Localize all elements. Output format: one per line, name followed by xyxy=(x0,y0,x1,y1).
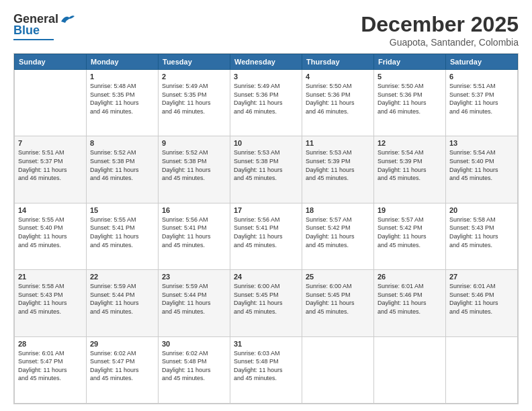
header: General Blue December 2025 Guapota, Sant… xyxy=(13,12,519,48)
day-number: 19 xyxy=(378,206,442,214)
day-cell: 24Sunrise: 6:00 AM Sunset: 5:45 PM Dayli… xyxy=(230,270,302,336)
day-cell: 1Sunrise: 5:48 AM Sunset: 5:35 PM Daylig… xyxy=(87,70,159,136)
day-cell: 15Sunrise: 5:55 AM Sunset: 5:41 PM Dayli… xyxy=(87,203,159,269)
day-number: 18 xyxy=(306,206,370,214)
day-cell: 3Sunrise: 5:49 AM Sunset: 5:36 PM Daylig… xyxy=(230,70,302,136)
day-info: Sunrise: 5:51 AM Sunset: 5:37 PM Dayligh… xyxy=(18,148,83,182)
logo: General Blue xyxy=(13,12,75,40)
day-info: Sunrise: 5:51 AM Sunset: 5:37 PM Dayligh… xyxy=(449,82,514,116)
day-number: 3 xyxy=(234,73,298,81)
day-info: Sunrise: 6:02 AM Sunset: 5:47 PM Dayligh… xyxy=(90,349,154,383)
day-info: Sunrise: 5:52 AM Sunset: 5:38 PM Dayligh… xyxy=(162,148,226,182)
day-info: Sunrise: 5:54 AM Sunset: 5:39 PM Dayligh… xyxy=(378,148,442,182)
day-cell: 11Sunrise: 5:53 AM Sunset: 5:39 PM Dayli… xyxy=(302,136,374,203)
day-number: 22 xyxy=(90,273,154,281)
day-cell: 12Sunrise: 5:54 AM Sunset: 5:39 PM Dayli… xyxy=(374,136,446,203)
day-info: Sunrise: 5:57 AM Sunset: 5:42 PM Dayligh… xyxy=(378,216,442,249)
day-number: 4 xyxy=(306,73,370,81)
day-cell: 5Sunrise: 5:50 AM Sunset: 5:36 PM Daylig… xyxy=(374,70,446,136)
day-cell: 20Sunrise: 5:58 AM Sunset: 5:43 PM Dayli… xyxy=(446,203,518,269)
day-info: Sunrise: 6:01 AM Sunset: 5:47 PM Dayligh… xyxy=(18,349,83,383)
day-cell: 13Sunrise: 5:54 AM Sunset: 5:40 PM Dayli… xyxy=(446,136,518,203)
day-number: 14 xyxy=(18,206,83,214)
day-number: 21 xyxy=(18,273,83,281)
day-cell: 4Sunrise: 5:50 AM Sunset: 5:36 PM Daylig… xyxy=(302,70,374,136)
day-info: Sunrise: 5:49 AM Sunset: 5:36 PM Dayligh… xyxy=(234,82,298,116)
day-cell: 27Sunrise: 6:01 AM Sunset: 5:46 PM Dayli… xyxy=(446,270,518,336)
logo-bird-icon xyxy=(60,13,75,24)
day-info: Sunrise: 5:55 AM Sunset: 5:41 PM Dayligh… xyxy=(90,216,154,249)
day-info: Sunrise: 5:52 AM Sunset: 5:38 PM Dayligh… xyxy=(90,148,154,182)
day-number: 1 xyxy=(90,73,154,81)
day-cell xyxy=(374,336,446,403)
day-header-sunday: Sunday xyxy=(15,54,87,70)
day-cell: 10Sunrise: 5:53 AM Sunset: 5:38 PM Dayli… xyxy=(230,136,302,203)
day-info: Sunrise: 5:59 AM Sunset: 5:44 PM Dayligh… xyxy=(90,282,154,316)
day-cell: 2Sunrise: 5:49 AM Sunset: 5:35 PM Daylig… xyxy=(159,70,230,136)
day-number: 26 xyxy=(378,273,442,281)
day-info: Sunrise: 6:00 AM Sunset: 5:45 PM Dayligh… xyxy=(234,282,298,316)
week-row-1: 1Sunrise: 5:48 AM Sunset: 5:35 PM Daylig… xyxy=(15,70,518,136)
day-number: 13 xyxy=(449,139,514,147)
day-info: Sunrise: 5:50 AM Sunset: 5:36 PM Dayligh… xyxy=(306,82,370,116)
day-cell: 31Sunrise: 6:03 AM Sunset: 5:48 PM Dayli… xyxy=(230,336,302,403)
week-row-3: 14Sunrise: 5:55 AM Sunset: 5:40 PM Dayli… xyxy=(15,203,518,269)
day-number: 25 xyxy=(306,273,370,281)
day-cell: 28Sunrise: 6:01 AM Sunset: 5:47 PM Dayli… xyxy=(15,336,87,403)
day-cell: 8Sunrise: 5:52 AM Sunset: 5:38 PM Daylig… xyxy=(87,136,159,203)
day-number: 11 xyxy=(306,139,370,147)
day-header-monday: Monday xyxy=(87,54,159,70)
day-cell: 25Sunrise: 6:00 AM Sunset: 5:45 PM Dayli… xyxy=(302,270,374,336)
header-row: SundayMondayTuesdayWednesdayThursdayFrid… xyxy=(15,54,518,70)
main-title: December 2025 xyxy=(361,12,519,37)
day-info: Sunrise: 5:48 AM Sunset: 5:35 PM Dayligh… xyxy=(90,82,154,116)
day-number: 27 xyxy=(449,273,514,281)
week-row-4: 21Sunrise: 5:58 AM Sunset: 5:43 PM Dayli… xyxy=(15,270,518,336)
day-number: 5 xyxy=(378,73,442,81)
day-info: Sunrise: 5:53 AM Sunset: 5:39 PM Dayligh… xyxy=(306,148,370,182)
calendar-header: SundayMondayTuesdayWednesdayThursdayFrid… xyxy=(15,54,518,70)
day-header-saturday: Saturday xyxy=(446,54,518,70)
day-number: 31 xyxy=(234,340,298,348)
day-info: Sunrise: 5:58 AM Sunset: 5:43 PM Dayligh… xyxy=(18,282,83,316)
day-cell: 29Sunrise: 6:02 AM Sunset: 5:47 PM Dayli… xyxy=(87,336,159,403)
day-cell: 23Sunrise: 5:59 AM Sunset: 5:44 PM Dayli… xyxy=(159,270,230,336)
week-row-5: 28Sunrise: 6:01 AM Sunset: 5:47 PM Dayli… xyxy=(15,336,518,403)
day-number: 17 xyxy=(234,206,298,214)
day-info: Sunrise: 5:53 AM Sunset: 5:38 PM Dayligh… xyxy=(234,148,298,182)
day-number: 7 xyxy=(18,139,83,147)
day-info: Sunrise: 6:03 AM Sunset: 5:48 PM Dayligh… xyxy=(234,349,298,383)
day-info: Sunrise: 6:01 AM Sunset: 5:46 PM Dayligh… xyxy=(449,282,514,316)
day-header-friday: Friday xyxy=(374,54,446,70)
day-cell: 17Sunrise: 5:56 AM Sunset: 5:41 PM Dayli… xyxy=(230,203,302,269)
page: General Blue December 2025 Guapota, Sant… xyxy=(0,0,532,411)
day-info: Sunrise: 5:55 AM Sunset: 5:40 PM Dayligh… xyxy=(18,216,83,249)
day-info: Sunrise: 5:54 AM Sunset: 5:40 PM Dayligh… xyxy=(449,148,514,182)
day-info: Sunrise: 5:59 AM Sunset: 5:44 PM Dayligh… xyxy=(162,282,226,316)
logo-blue: Blue xyxy=(13,24,40,38)
day-number: 12 xyxy=(378,139,442,147)
day-number: 30 xyxy=(162,340,226,348)
day-number: 6 xyxy=(449,73,514,81)
day-info: Sunrise: 5:49 AM Sunset: 5:35 PM Dayligh… xyxy=(162,82,226,116)
day-number: 9 xyxy=(162,139,226,147)
day-info: Sunrise: 6:01 AM Sunset: 5:46 PM Dayligh… xyxy=(378,282,442,316)
day-header-wednesday: Wednesday xyxy=(230,54,302,70)
day-cell: 7Sunrise: 5:51 AM Sunset: 5:37 PM Daylig… xyxy=(15,136,87,203)
day-header-thursday: Thursday xyxy=(302,54,374,70)
day-number: 8 xyxy=(90,139,154,147)
day-cell: 30Sunrise: 6:02 AM Sunset: 5:48 PM Dayli… xyxy=(159,336,230,403)
day-number: 24 xyxy=(234,273,298,281)
logo-underline xyxy=(13,39,54,40)
calendar-body: 1Sunrise: 5:48 AM Sunset: 5:35 PM Daylig… xyxy=(15,70,518,404)
day-cell xyxy=(446,336,518,403)
day-cell: 22Sunrise: 5:59 AM Sunset: 5:44 PM Dayli… xyxy=(87,270,159,336)
day-number: 2 xyxy=(162,73,226,81)
week-row-2: 7Sunrise: 5:51 AM Sunset: 5:37 PM Daylig… xyxy=(15,136,518,203)
day-info: Sunrise: 5:56 AM Sunset: 5:41 PM Dayligh… xyxy=(162,216,226,249)
day-info: Sunrise: 5:58 AM Sunset: 5:43 PM Dayligh… xyxy=(449,216,514,249)
day-info: Sunrise: 5:50 AM Sunset: 5:36 PM Dayligh… xyxy=(378,82,442,116)
day-number: 15 xyxy=(90,206,154,214)
day-cell: 6Sunrise: 5:51 AM Sunset: 5:37 PM Daylig… xyxy=(446,70,518,136)
day-header-tuesday: Tuesday xyxy=(159,54,230,70)
